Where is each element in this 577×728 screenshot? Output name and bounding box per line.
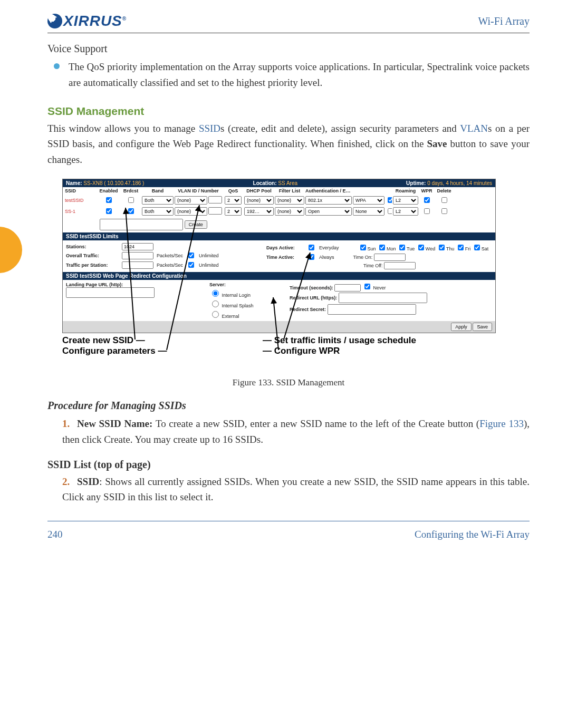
link-figure-133[interactable]: Figure 133 [479,418,524,429]
redirect-secret-input[interactable] [328,304,416,315]
stations-label: Stations: [66,244,119,249]
always-checkbox[interactable] [309,254,314,260]
global-checkbox[interactable] [388,197,392,203]
table-row[interactable]: testSSID Both (none) 2 (none) (none) 802… [63,195,495,206]
vlan-select[interactable]: (none) [175,196,207,205]
never-checkbox[interactable] [364,284,370,289]
dhcp-select[interactable]: 192… [244,207,274,216]
step-2: 2.SSID: Shows all currently assigned SSI… [62,474,530,505]
figure-callouts: Create new SSID — — Set traffic limits /… [62,335,495,370]
qos-select[interactable]: 2 [225,196,242,205]
server-internal-splash-radio[interactable] [212,300,219,307]
brand-logo: XIRRUS® [47,13,127,30]
save-button[interactable]: Save [473,323,492,331]
voice-support-heading: Voice Support [47,43,530,55]
everyday-checkbox[interactable] [309,245,314,250]
wpr-section-bar: SSID testSSID Web Page Redirect Configur… [63,272,495,280]
secret-label: Redirect Secret: [290,307,326,312]
delete-checkbox[interactable] [441,208,447,214]
dhcp-select[interactable]: (none) [244,196,274,205]
server-internal-login-radio[interactable] [212,290,219,297]
redirect-url-input[interactable] [339,293,427,303]
band-select[interactable]: Both [142,207,174,216]
timeout-input[interactable] [334,284,361,292]
ssid-link[interactable]: SS-1 [65,209,75,214]
days-active-label: Days Active: [266,245,303,250]
status-bar: Name: SS-XN8 ( 10.100.47.186 ) Location:… [63,179,495,187]
qos-select[interactable]: 2 [225,207,242,216]
brdcst-checkbox[interactable] [128,197,134,203]
voice-bullet-text: The QoS priority implementation on the A… [69,61,530,88]
filter-select[interactable]: (none) [275,196,304,205]
auth-select[interactable]: Open [305,207,352,216]
roam-select[interactable]: L2 [393,196,418,205]
footer-rule [47,521,530,521]
timeout-label: Timeout (seconds): [290,285,333,290]
enabled-checkbox[interactable] [106,197,112,203]
roam-select[interactable]: L2 [393,207,418,216]
server-external-radio[interactable] [212,311,219,318]
table-row[interactable]: SS-1 Both (none) 2 192… (none) Open None… [63,206,495,217]
step-1: 1.New SSID Name: To create a new SSID, e… [62,416,530,447]
ssid-management-heading: SSID Management [47,105,530,118]
ssid-link[interactable]: testSSID [65,198,84,203]
page-number: 240 [47,529,63,540]
delete-checkbox[interactable] [441,197,447,203]
overall-label: Overall Traffic: [66,253,119,258]
wpr-checkbox[interactable] [424,208,430,214]
time-on-input[interactable] [374,254,406,261]
ssid-table-header: SSID Enabled Brdcst Band VLAN ID / Numbe… [63,187,495,195]
stations-input[interactable] [122,243,153,250]
new-ssid-input[interactable] [100,219,183,230]
time-off-input[interactable] [384,262,416,269]
vlan-num-input[interactable] [208,196,222,203]
overall-unlimited-checkbox[interactable] [188,253,194,258]
logo-swoosh-icon [47,14,62,28]
ssid-management-intro: This window allows you to manage SSIDs (… [47,121,530,167]
landing-url-input[interactable] [66,287,155,298]
bullet-icon [54,63,60,69]
enc-select[interactable]: WPA [353,196,384,205]
brdcst-checkbox[interactable] [128,208,134,214]
time-active-label: Time Active: [266,255,303,260]
limits-section-bar: SSID testSSID Limits [63,232,495,240]
perstation-input[interactable] [122,261,153,269]
server-label: Server: [209,282,283,287]
ssid-mgmt-screenshot: Name: SS-XN8 ( 10.100.47.186 ) Location:… [62,179,496,333]
vlan-num-input[interactable] [208,207,222,215]
header-product: Wi-Fi Array [478,15,530,27]
auth-select[interactable]: 802.1x [305,196,352,205]
perstation-unlimited-checkbox[interactable] [188,262,194,268]
procedure-heading: Procedure for Managing SSIDs [47,400,530,412]
landing-label: Landing Page URL (http): [66,282,123,287]
create-button[interactable]: Create [185,220,207,229]
footer-section: Configuring the Wi-Fi Array [415,529,530,540]
global-checkbox[interactable] [388,208,392,214]
band-select[interactable]: Both [142,196,174,205]
vlan-select[interactable]: (none) [175,207,207,216]
ssid-list-heading: SSID List (top of page) [47,459,530,471]
link-ssid[interactable]: SSID [199,123,220,134]
figure-caption: Figure 133. SSID Management [47,377,530,388]
enabled-checkbox[interactable] [106,208,112,214]
perstation-label: Traffic per Station: [66,263,119,268]
logo-text: XIRRUS® [63,13,127,30]
filter-select[interactable]: (none) [275,207,304,216]
redirect-label: Redirect URL (https): [290,295,337,300]
wpr-checkbox[interactable] [424,197,430,203]
enc-select[interactable]: None [353,207,384,216]
header-rule [47,33,530,33]
overall-input[interactable] [122,252,153,259]
side-tab-marker [0,227,22,273]
link-vlan[interactable]: VLAN [460,123,488,134]
apply-button[interactable]: Apply [451,323,472,331]
